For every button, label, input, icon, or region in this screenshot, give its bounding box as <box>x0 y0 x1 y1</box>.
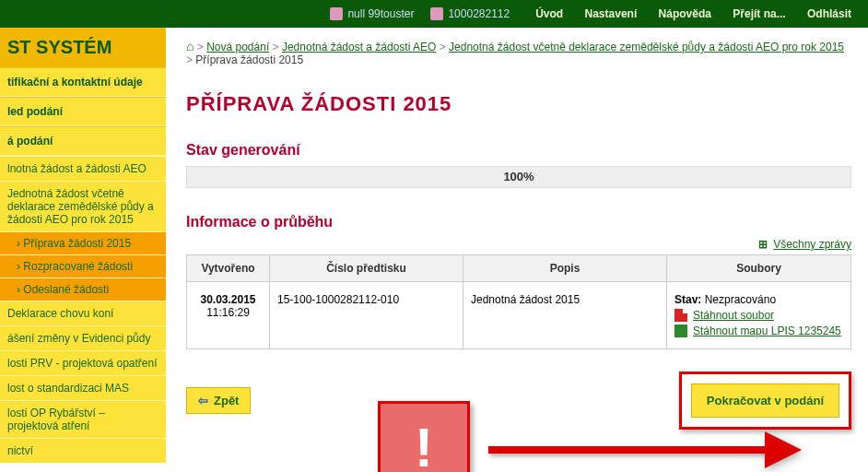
sidebar-subitem-priprava[interactable]: › Příprava žádosti 2015 <box>0 231 166 254</box>
sidebar-subitem-rozpracovane[interactable]: › Rozpracované žádosti <box>0 254 166 277</box>
sidebar-head-nova[interactable]: á podání <box>0 126 166 156</box>
breadcrumb-1[interactable]: Nová podání <box>206 41 269 53</box>
row-number: 15-100-1000282112-010 <box>270 282 463 349</box>
nav-prejit-na[interactable]: Přejít na... <box>733 7 785 20</box>
breadcrumb-4: Příprava žádosti 2015 <box>195 53 303 66</box>
avatar-icon <box>330 7 343 20</box>
row-date: 30.03.2015 <box>194 293 262 306</box>
table-row: 30.03.2015 11:16:29 15-100-1000282112-01… <box>187 282 851 349</box>
sidebar-subitem-odeslane-label: Odeslané žádosti <box>23 283 109 296</box>
all-messages-row: ⊞ Všechny zprávy <box>186 238 851 251</box>
row-desc: Jednotná žádost 2015 <box>463 282 667 349</box>
section-info-title: Informace o průběhu <box>186 214 851 230</box>
th-number: Číslo předtisku <box>270 255 463 282</box>
sidebar-item-jz-2015[interactable]: Jednotná žádost včetně deklarace zeměděl… <box>0 181 166 231</box>
user-1[interactable]: null 99touster <box>330 7 414 20</box>
download-pdf-link[interactable]: Stáhnout soubor <box>693 309 774 322</box>
topnav: Úvod Nastavení Nápověda Přejít na... Odh… <box>526 7 861 20</box>
arrow-left-icon: ⇦ <box>198 394 208 407</box>
section-progress-title: Stav generování <box>186 142 851 159</box>
chevron-right-icon: › <box>17 237 20 250</box>
sidebar-item-rybarstvi[interactable]: losti OP Rybářství – projektová atření <box>0 400 166 438</box>
file-status: Stav: Nezpracováno <box>674 293 843 306</box>
home-icon[interactable]: ⌂ <box>186 39 194 53</box>
th-created: Vytvořeno <box>187 255 270 282</box>
nav-uvod[interactable]: Úvod <box>535 7 563 20</box>
row-time: 11:16:29 <box>194 306 262 319</box>
arrow-head-icon <box>765 431 802 468</box>
download-lpis-link[interactable]: Stáhnout mapu LPIS 1235245 <box>693 324 841 337</box>
sidebar-subitem-odeslane[interactable]: › Odeslané žádosti <box>0 277 166 301</box>
chevron-right-icon: › <box>17 260 20 273</box>
file-status-label: Stav: <box>674 293 701 306</box>
topbar: null 99touster 1000282112 Úvod Nastavení… <box>0 0 868 28</box>
sidebar-item-prv[interactable]: losti PRV - projektová opatření <box>0 350 166 375</box>
breadcrumb-3[interactable]: Jednotná žádost včetně deklarace zeměděl… <box>449 41 844 53</box>
sidebar-subitem-rozpracovane-label: Rozpracované žádosti <box>23 260 133 273</box>
sidebar-item-evidence-pudy[interactable]: ášení změny v Evidenci půdy <box>0 325 166 350</box>
back-button-label: Zpět <box>214 394 239 407</box>
breadcrumb-sep: > <box>197 41 204 53</box>
breadcrumb-sep: > <box>273 41 279 53</box>
user-2-label: 1000282112 <box>448 7 510 20</box>
pdf-icon <box>674 309 687 322</box>
bottom-actions: ⇦ Zpět Pokračovat v podání <box>186 372 851 430</box>
sidebar-item-jz-aeo[interactable]: lnotná žádost a žádosti AEO <box>0 156 166 181</box>
th-files: Soubory <box>667 255 851 282</box>
breadcrumb-sep: > <box>186 53 193 66</box>
sidebar-head-prehled[interactable]: led podání <box>0 97 166 126</box>
breadcrumb-sep: > <box>440 41 446 53</box>
arrow-callout <box>488 442 802 457</box>
page-title: PŘÍPRAVA ŽÁDOSTI 2015 <box>186 92 851 116</box>
main-content: ⌂ > Nová podání > Jednotná žádost a žádo… <box>166 28 868 463</box>
sidebar-item-kone[interactable]: Deklarace chovu koní <box>0 301 166 325</box>
breadcrumb-2[interactable]: Jednotná žádost a žádosti AEO <box>282 41 436 53</box>
info-table: Vytvořeno Číslo předtisku Popis Soubory … <box>186 254 851 349</box>
breadcrumb: ⌂ > Nová podání > Jednotná žádost a žádo… <box>186 39 851 66</box>
sidebar: ST SYSTÉM tifikační a kontaktní údaje le… <box>0 28 166 463</box>
progress-label: 100% <box>187 167 850 187</box>
chevron-right-icon: › <box>17 283 20 296</box>
back-button[interactable]: ⇦ Zpět <box>186 387 251 414</box>
progress-bar: 100% <box>186 166 851 188</box>
file-status-value: Nezpracováno <box>705 293 776 306</box>
alert-callout: ! <box>378 401 470 472</box>
sidebar-item-nictvi[interactable]: nictví <box>0 438 166 463</box>
sidebar-item-mas[interactable]: lost o standardizaci MAS <box>0 375 166 400</box>
th-desc: Popis <box>463 255 667 282</box>
sidebar-subitem-priprava-label: Příprava žádosti 2015 <box>23 237 131 250</box>
app-title: ST SYSTÉM <box>0 28 166 67</box>
user-1-label: null 99touster <box>347 7 414 20</box>
file-xls-row: Stáhnout mapu LPIS 1235245 <box>674 324 843 337</box>
file-pdf-row: Stáhnout soubor <box>674 309 843 322</box>
avatar-icon <box>430 7 443 20</box>
nav-odhlasit[interactable]: Odhlásit <box>807 7 851 20</box>
xls-icon <box>674 324 687 337</box>
user-2[interactable]: 1000282112 <box>430 7 510 20</box>
continue-highlight: Pokračovat v podání <box>679 372 851 430</box>
sidebar-head-ident[interactable]: tifikační a kontaktní údaje <box>0 67 166 97</box>
nav-napoveda[interactable]: Nápověda <box>659 7 711 20</box>
arrow-shaft <box>488 446 765 454</box>
plus-icon: ⊞ <box>758 238 768 251</box>
nav-nastaveni[interactable]: Nastavení <box>585 7 638 20</box>
all-messages-link[interactable]: Všechny zprávy <box>773 238 851 251</box>
continue-button[interactable]: Pokračovat v podání <box>691 384 839 418</box>
